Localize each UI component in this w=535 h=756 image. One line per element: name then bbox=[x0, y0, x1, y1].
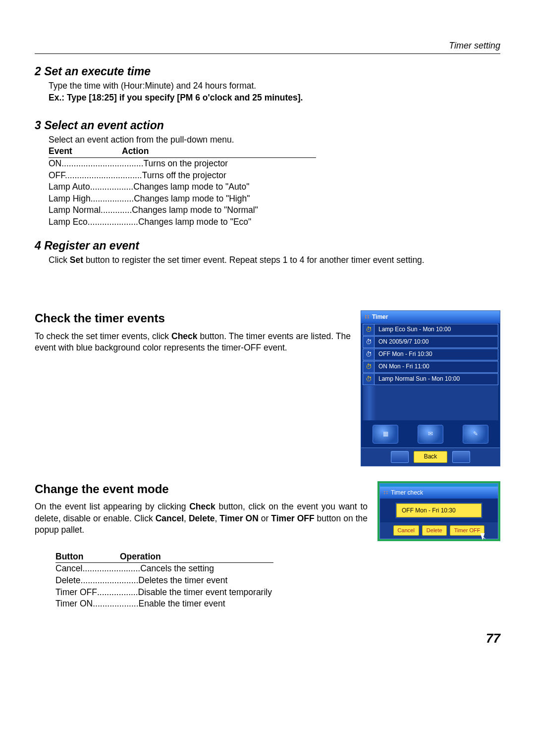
button-row: Timer ON...................Enable the ti… bbox=[55, 598, 273, 610]
footer-ghost-left[interactable] bbox=[391, 451, 409, 463]
selected-event[interactable]: OFF Mon - Fri 10:30 bbox=[396, 504, 482, 517]
event-col1: Event bbox=[49, 146, 122, 157]
dots: ............. bbox=[101, 205, 132, 215]
check-bold: Check bbox=[171, 331, 198, 341]
event-name: Lamp Eco bbox=[49, 217, 88, 227]
timer-event-text: ON 2005/9/7 10:00 bbox=[374, 338, 428, 346]
timer-off-button[interactable]: Timer OFF bbox=[450, 525, 485, 536]
check-paragraph: To check the set timer events, click Che… bbox=[35, 331, 351, 354]
step2-line1: Type the time with (Hour:Minute) and 24 … bbox=[49, 80, 500, 92]
page-number: 77 bbox=[35, 630, 500, 647]
change-heading: Change the event mode bbox=[35, 481, 368, 497]
button-row: Delete........................Deletes th… bbox=[55, 575, 273, 587]
button-table: Button Operation Cancel.................… bbox=[55, 551, 273, 610]
text: On the event list appearing by clicking bbox=[35, 502, 189, 511]
check-title-icon: ∷ bbox=[384, 489, 388, 497]
tool-button-1[interactable]: ▦ bbox=[373, 425, 398, 444]
bold: Timer ON bbox=[219, 513, 259, 523]
btable-h2: Operation bbox=[120, 551, 161, 563]
text: , bbox=[184, 513, 189, 523]
text: button to register the set timer event. … bbox=[83, 255, 425, 265]
timer-footer: Back bbox=[361, 448, 500, 466]
event-name: Lamp High bbox=[49, 194, 91, 203]
event-action: Changes lamp mode to "Auto" bbox=[133, 181, 249, 193]
check-title-text: Timer check bbox=[391, 489, 423, 497]
timer-event-row[interactable]: ⏱Lamp Eco Sun - Mon 10:00 bbox=[363, 324, 498, 336]
event-row: Lamp Auto..................Changes lamp … bbox=[49, 181, 500, 193]
timer-event-row[interactable]: ⏱Lamp Normal Sun - Mon 10:00 bbox=[363, 373, 498, 385]
button-op: Disable the timer event temporarily bbox=[138, 587, 272, 599]
clock-icon: ⏱ bbox=[363, 361, 374, 372]
timer-check-panel: ∷ Timer check OFF Mon - Fri 10:30 Cancel… bbox=[377, 481, 500, 541]
dots: .................. bbox=[90, 182, 134, 192]
event-row: ON..................................Turn… bbox=[49, 158, 500, 170]
button-op: Deletes the timer event bbox=[138, 575, 227, 587]
timer-event-text: Lamp Eco Sun - Mon 10:00 bbox=[374, 325, 451, 333]
timer-event-text: ON Mon - Fri 11:00 bbox=[374, 362, 429, 370]
change-paragraph: On the event list appearing by clicking … bbox=[35, 501, 368, 536]
step2-line2: Ex.: Type [18:25] if you specify [PM 6 o… bbox=[49, 92, 500, 104]
event-table-header: Event Action bbox=[49, 146, 316, 158]
cancel-button[interactable]: Cancel bbox=[393, 525, 419, 536]
step3-title: 3 Select an event action bbox=[35, 118, 500, 133]
tool-button-edit[interactable]: ✎ bbox=[463, 425, 488, 444]
text: To check the set timer events, click bbox=[35, 331, 171, 341]
event-action: Changes lamp mode to "Eco" bbox=[138, 216, 251, 228]
step2-body: Type the time with (Hour:Minute) and 24 … bbox=[49, 80, 500, 103]
page-header: Timer setting bbox=[35, 40, 500, 54]
button-table-head: Button Operation bbox=[55, 551, 273, 563]
clock-icon: ⏱ bbox=[363, 349, 374, 360]
back-button[interactable]: Back bbox=[414, 451, 448, 463]
timer-title-icon: ∷ bbox=[365, 313, 369, 321]
clock-icon: ⏱ bbox=[363, 337, 374, 348]
dots: ................. bbox=[97, 587, 138, 599]
event-action: Turns off the projector bbox=[142, 170, 226, 182]
timer-event-row[interactable]: ⏱OFF Mon - Fri 10:30 bbox=[363, 349, 498, 360]
set-bold: Set bbox=[70, 255, 83, 265]
timer-event-row[interactable]: ⏱ON Mon - Fri 11:00 bbox=[363, 361, 498, 373]
btable-h1: Button bbox=[55, 551, 120, 563]
text: or bbox=[259, 513, 271, 523]
button-op: Enable the timer event bbox=[139, 598, 225, 610]
timer-check-title: ∷ Timer check bbox=[380, 487, 498, 499]
event-action: Turns on the projector bbox=[144, 158, 228, 170]
event-row: Lamp Normal.............Changes lamp mod… bbox=[49, 204, 500, 216]
button-name: Timer ON bbox=[55, 598, 93, 610]
dots: ........................ bbox=[82, 563, 140, 575]
event-name: Lamp Auto bbox=[49, 182, 90, 192]
bold: Check bbox=[189, 502, 215, 511]
timer-event-row[interactable]: ⏱ON 2005/9/7 10:00 bbox=[363, 336, 498, 348]
button-op: Cancels the setting bbox=[140, 563, 214, 575]
step3-intro: Select an event action from the pull-dow… bbox=[49, 134, 500, 146]
dots: ........................ bbox=[81, 575, 139, 587]
button-row: Cancel........................Cancels th… bbox=[55, 563, 273, 575]
timer-blank-area bbox=[363, 386, 498, 420]
bold: Delete bbox=[189, 513, 215, 523]
timer-toolbar: ▦ ✉ ✎ bbox=[361, 421, 500, 448]
timer-title-text: Timer bbox=[372, 313, 388, 321]
event-name: Lamp Normal bbox=[49, 205, 101, 215]
footer-ghost-right[interactable] bbox=[452, 451, 470, 463]
timer-event-text: OFF Mon - Fri 10:30 bbox=[374, 350, 432, 358]
button-name: Delete bbox=[55, 575, 81, 587]
dots: ................... bbox=[93, 598, 138, 610]
clock-icon: ⏱ bbox=[363, 324, 374, 335]
dots: .................................. bbox=[61, 158, 143, 168]
button-row: Timer OFF.................Disable the ti… bbox=[55, 587, 273, 599]
step4-body: Click Set button to register the set tim… bbox=[49, 254, 500, 266]
delete-button[interactable]: Delete bbox=[422, 525, 447, 536]
dots: ..................... bbox=[88, 217, 138, 227]
check-body: OFF Mon - Fri 10:30 bbox=[380, 499, 498, 522]
event-col2: Action bbox=[122, 146, 149, 157]
event-action: Changes lamp mode to "High" bbox=[134, 193, 250, 205]
event-name: OFF bbox=[49, 170, 65, 180]
button-name: Timer OFF bbox=[55, 587, 97, 599]
step2-title: 2 Set an execute time bbox=[35, 64, 500, 79]
event-row: Lamp Eco.....................Changes lam… bbox=[49, 216, 500, 228]
event-action: Changes lamp mode to "Normal" bbox=[132, 204, 258, 216]
event-row: OFF................................Turns… bbox=[49, 170, 500, 182]
tool-button-mail[interactable]: ✉ bbox=[418, 425, 443, 444]
step4-title: 4 Register an event bbox=[35, 238, 500, 253]
bold: Timer OFF bbox=[271, 513, 314, 523]
event-name: ON bbox=[49, 158, 61, 168]
